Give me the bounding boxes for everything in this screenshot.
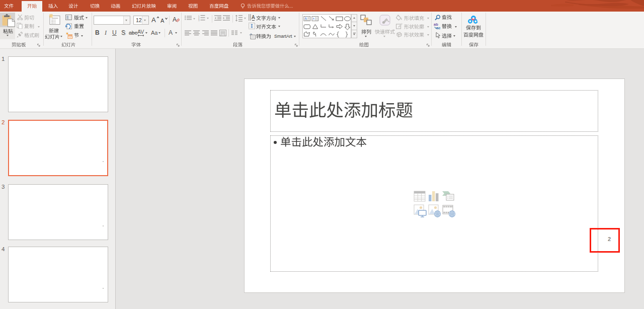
svg-text:A: A bbox=[160, 18, 165, 24]
svg-text:A: A bbox=[305, 17, 307, 20]
svg-text:A: A bbox=[173, 16, 177, 23]
svg-text:ac: ac bbox=[436, 26, 440, 29]
svg-text:AV: AV bbox=[137, 29, 144, 35]
svg-text:3: 3 bbox=[198, 19, 200, 21]
svg-text:A: A bbox=[252, 15, 255, 20]
svg-text:A: A bbox=[313, 17, 315, 20]
svg-text:A: A bbox=[151, 16, 156, 23]
